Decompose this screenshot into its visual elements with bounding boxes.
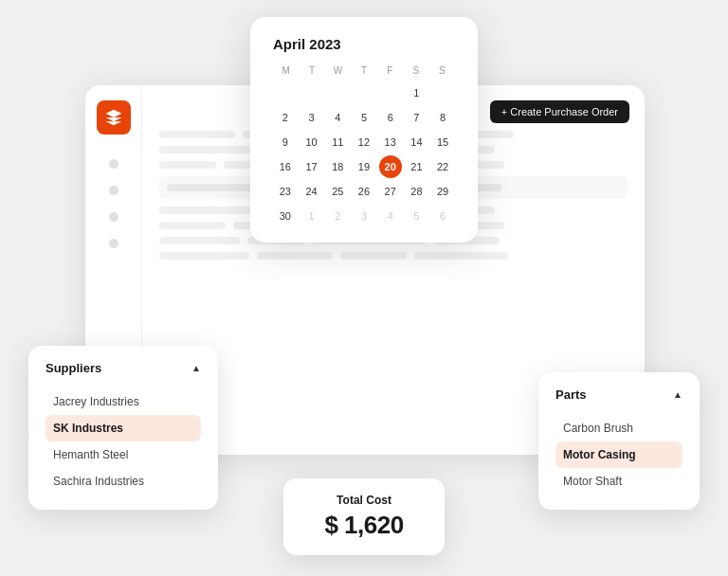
suppliers-list: Jacrey IndustriesSK IndustresHemanth Ste… (46, 388, 201, 495)
part-item-2[interactable]: Motor Shaft (555, 468, 682, 495)
parts-chevron[interactable]: ▲ (673, 389, 682, 400)
calendar-day-18[interactable]: 12 (353, 131, 375, 153)
calendar-day-7 (431, 81, 454, 104)
calendar-weekdays: M T W T F S S (273, 63, 455, 78)
calendar-title: April 2023 (273, 36, 455, 52)
calendar-day-4 (353, 81, 375, 104)
calendar-day-39[interactable]: 3 (353, 205, 375, 227)
part-item-1[interactable]: Motor Casing (555, 441, 682, 468)
parts-card: Parts ▲ Carbon BrushMotor CasingMotor Sh… (538, 372, 700, 510)
suppliers-title: Suppliers (46, 361, 101, 375)
total-cost-amount: $ 1,620 (310, 511, 418, 540)
supplier-item-0[interactable]: Jacrey Industries (46, 388, 201, 415)
weekday-mon: M (273, 63, 299, 78)
calendar-day-30[interactable]: 24 (300, 180, 323, 203)
calendar-day-26[interactable]: 20 (379, 155, 402, 178)
calendar-day-34[interactable]: 28 (405, 180, 428, 203)
suppliers-chevron[interactable]: ▲ (191, 363, 201, 373)
sidebar-nav-item-3[interactable] (109, 212, 118, 222)
suppliers-header: Suppliers ▲ (46, 361, 201, 375)
calendar-day-5 (379, 81, 402, 104)
calendar-day-33[interactable]: 27 (379, 180, 402, 203)
supplier-item-1[interactable]: SK Industres (46, 415, 201, 441)
weekday-tue: T (299, 63, 324, 78)
calendar-day-1 (274, 81, 297, 104)
calendar-day-28[interactable]: 22 (431, 155, 454, 178)
calendar-day-22[interactable]: 16 (274, 155, 297, 178)
calendar-day-31[interactable]: 25 (326, 180, 349, 203)
calendar-day-42[interactable]: 6 (431, 205, 454, 227)
calendar-day-27[interactable]: 21 (405, 155, 428, 178)
calendar-day-11[interactable]: 5 (353, 106, 375, 129)
weekday-thu: T (351, 63, 376, 78)
calendar-day-21[interactable]: 15 (431, 131, 454, 153)
calendar-day-13[interactable]: 7 (405, 106, 428, 129)
calendar-day-8[interactable]: 2 (274, 106, 297, 129)
parts-header: Parts ▲ (555, 387, 682, 402)
suppliers-card: Suppliers ▲ Jacrey IndustriesSK Industre… (28, 346, 218, 510)
calendar-day-29[interactable]: 23 (274, 180, 297, 203)
calendar-day-38[interactable]: 2 (326, 205, 349, 227)
weekday-fri: F (377, 63, 403, 78)
create-po-button[interactable]: + Create Purchase Order (490, 100, 629, 123)
calendar-day-6[interactable]: 1 (405, 81, 428, 104)
calendar-day-17[interactable]: 11 (326, 131, 349, 153)
weekday-sun: S (429, 63, 455, 78)
supplier-item-2[interactable]: Hemanth Steel (46, 441, 201, 468)
weekday-wed: W (325, 63, 351, 78)
calendar-card: April 2023 M T W T F S S 123456789101112… (250, 17, 478, 243)
calendar-day-19[interactable]: 13 (379, 131, 402, 153)
calendar-day-2 (300, 81, 323, 104)
calendar-day-37[interactable]: 1 (300, 205, 323, 227)
total-cost-card: Total Cost $ 1,620 (283, 478, 445, 555)
calendar-day-23[interactable]: 17 (300, 155, 323, 178)
calendar-day-16[interactable]: 10 (300, 131, 323, 153)
calendar-day-25[interactable]: 19 (353, 155, 375, 178)
part-item-0[interactable]: Carbon Brush (555, 415, 682, 441)
calendar-day-32[interactable]: 26 (353, 180, 375, 203)
parts-list: Carbon BrushMotor CasingMotor Shaft (555, 415, 682, 495)
calendar-day-24[interactable]: 18 (326, 155, 349, 178)
calendar-day-12[interactable]: 6 (379, 106, 402, 129)
total-cost-value: $ 1,620 (324, 511, 403, 539)
calendar-day-40[interactable]: 4 (379, 205, 402, 227)
calendar-day-35[interactable]: 29 (431, 180, 454, 203)
parts-title: Parts (555, 387, 587, 402)
calendar-day-20[interactable]: 14 (405, 131, 428, 153)
calendar-day-41[interactable]: 5 (405, 205, 428, 227)
supplier-item-3[interactable]: Sachira Industries (46, 468, 201, 495)
calendar-day-10[interactable]: 4 (326, 106, 349, 129)
sidebar-nav-item-1[interactable] (109, 159, 118, 169)
calendar-day-36[interactable]: 30 (274, 205, 297, 227)
sidebar-nav-item-2[interactable] (109, 186, 118, 195)
total-cost-label: Total Cost (310, 494, 418, 507)
calendar-day-9[interactable]: 3 (300, 106, 323, 129)
app-logo[interactable] (97, 100, 131, 135)
calendar-day-3 (326, 81, 349, 104)
calendar-days: 1234567891011121314151617181920212223242… (273, 81, 455, 227)
sidebar-nav-item-4[interactable] (109, 239, 118, 248)
weekday-sat: S (403, 63, 428, 78)
calendar-day-15[interactable]: 9 (274, 131, 297, 153)
box-icon (104, 108, 123, 127)
calendar-day-14[interactable]: 8 (431, 106, 454, 129)
